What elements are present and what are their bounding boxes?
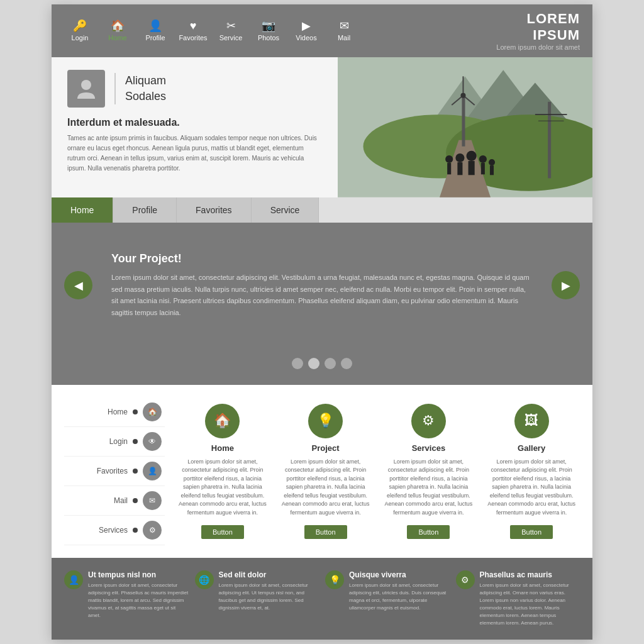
service-services-icon: ⚙ bbox=[411, 404, 446, 438]
project-content: Your Project! Lorem ipsum dolor sit amet… bbox=[92, 252, 552, 319]
svg-rect-21 bbox=[469, 161, 475, 175]
nav-service-label: Service bbox=[219, 34, 243, 42]
service-home-button[interactable]: Button bbox=[201, 525, 244, 539]
dot-3[interactable] bbox=[325, 358, 336, 369]
svg-point-22 bbox=[479, 155, 487, 163]
nav-login[interactable]: 🔑 Login bbox=[64, 20, 96, 42]
hero-image bbox=[338, 57, 592, 197]
page-wrapper: 🔑 Login 🏠 Home 👤 Profile ♥ Favorites ✂ S… bbox=[52, 4, 592, 640]
svg-point-12 bbox=[460, 93, 465, 98]
favorites-icon: ♥ bbox=[190, 20, 197, 31]
dot-2[interactable] bbox=[308, 358, 319, 369]
nav-home-label: Home bbox=[108, 34, 126, 42]
sidebar-mail-label: Mail bbox=[114, 496, 128, 505]
logo-line1: LOREM bbox=[496, 11, 580, 27]
profile-row: AliquamSodales bbox=[67, 70, 322, 108]
logo-line2: IPSUM bbox=[496, 27, 580, 43]
service-project-title: Project bbox=[312, 443, 340, 453]
hero-section: AliquamSodales Interdum et malesuada. Ta… bbox=[52, 57, 592, 197]
sidebar-login[interactable]: Login 👁 bbox=[64, 427, 165, 457]
footer-icon-4: ⚙ bbox=[456, 570, 475, 589]
carousel-dots bbox=[52, 348, 592, 372]
dot-1[interactable] bbox=[292, 358, 303, 369]
sidebar-mail-dot bbox=[133, 498, 138, 503]
tab-favorites[interactable]: Favorites bbox=[177, 197, 252, 223]
hero-body-text: Tames ac ante ipsum primis in faucibus. … bbox=[67, 133, 322, 174]
profile-icon: 👤 bbox=[148, 20, 162, 31]
sidebar-favorites-icon: 👤 bbox=[143, 462, 162, 480]
nav-photos[interactable]: 📷 Photos bbox=[253, 20, 284, 42]
tab-bar: Home Profile Favorites Service bbox=[52, 197, 592, 223]
sidebar-favorites[interactable]: Favorites 👤 bbox=[64, 457, 165, 486]
service-services-title: Services bbox=[412, 443, 446, 453]
tab-service[interactable]: Service bbox=[252, 197, 319, 223]
footer-content-1: Ut tempus nisl non Lorem ipsum dolor sit… bbox=[88, 570, 189, 619]
footer-bar: 👤 Ut tempus nisl non Lorem ipsum dolor s… bbox=[52, 558, 592, 640]
service-home-text: Lorem ipsum dolor sit amet, consectetur … bbox=[177, 458, 268, 519]
home-icon: 🏠 bbox=[111, 20, 125, 31]
logo-sub: Lorem ipsum dolor sit amet bbox=[496, 43, 580, 51]
prev-arrow[interactable]: ◀ bbox=[64, 271, 92, 299]
avatar bbox=[67, 70, 105, 108]
project-section: ◀ Your Project! Lorem ipsum dolor sit am… bbox=[52, 223, 592, 348]
svg-point-20 bbox=[467, 151, 477, 161]
svg-rect-19 bbox=[457, 162, 462, 175]
svg-point-24 bbox=[489, 159, 495, 165]
svg-rect-17 bbox=[447, 163, 451, 174]
service-services-text: Lorem ipsum dolor sit amet, consectetur … bbox=[384, 458, 474, 519]
nav-service[interactable]: ✂ Service bbox=[215, 20, 247, 42]
dot-4[interactable] bbox=[341, 358, 352, 369]
mail-icon: ✉ bbox=[340, 20, 349, 31]
svg-rect-8 bbox=[462, 96, 465, 147]
sidebar-favorites-label: Favorites bbox=[97, 467, 128, 475]
photos-icon: 📷 bbox=[262, 20, 275, 31]
service-gallery-button[interactable]: Button bbox=[510, 525, 553, 539]
nav-videos[interactable]: ▶ Videos bbox=[291, 20, 322, 42]
sidebar-home[interactable]: Home 🏠 bbox=[64, 397, 165, 427]
tab-profile[interactable]: Profile bbox=[113, 197, 177, 223]
service-project-icon: 💡 bbox=[308, 404, 343, 438]
sidebar-services-icon: ⚙ bbox=[143, 521, 162, 540]
service-home-title: Home bbox=[211, 443, 234, 453]
service-cards: 🏠 Home Lorem ipsum dolor sit amet, conse… bbox=[174, 397, 580, 545]
service-services-button[interactable]: Button bbox=[407, 525, 450, 539]
footer-content-3: Quisque viverra Lorem ipsum dolor sit am… bbox=[349, 570, 450, 612]
svg-rect-25 bbox=[490, 165, 494, 175]
nav-home[interactable]: 🏠 Home bbox=[102, 20, 133, 42]
sidebar-services-label: Services bbox=[99, 526, 128, 535]
project-text: Lorem ipsum dolor sit amet, consectetur … bbox=[111, 272, 533, 319]
hero-heading: Interdum et malesuada. bbox=[67, 117, 322, 128]
nav-profile[interactable]: 👤 Profile bbox=[140, 20, 171, 42]
next-arrow[interactable]: ▶ bbox=[552, 271, 580, 299]
project-title: Your Project! bbox=[111, 252, 533, 265]
footer-content-4: Phasellus ac mauris Lorem ipsum dolor si… bbox=[480, 570, 580, 627]
footer-text-1: Lorem ipsum dolor sit amet, consectetur … bbox=[88, 582, 189, 619]
nav-favorites[interactable]: ♥ Favorites bbox=[177, 20, 209, 42]
sidebar-favorites-dot bbox=[133, 469, 138, 474]
nav-logo: LOREM IPSUM Lorem ipsum dolor sit amet bbox=[496, 11, 580, 51]
videos-icon: ▶ bbox=[302, 20, 311, 31]
service-gallery-icon: 🖼 bbox=[514, 404, 549, 438]
service-home-icon: 🏠 bbox=[205, 404, 240, 438]
footer-item-2: 🌐 Sed elit dolor Lorem ipsum dolor sit a… bbox=[195, 570, 319, 627]
svg-point-16 bbox=[445, 155, 453, 163]
footer-item-4: ⚙ Phasellus ac mauris Lorem ipsum dolor … bbox=[456, 570, 580, 627]
footer-item-1: 👤 Ut tempus nisl non Lorem ipsum dolor s… bbox=[64, 570, 189, 627]
svg-rect-23 bbox=[481, 163, 485, 174]
service-gallery-text: Lorem ipsum dolor sit amet, consectetur … bbox=[486, 458, 577, 519]
nav-items: 🔑 Login 🏠 Home 👤 Profile ♥ Favorites ✂ S… bbox=[64, 20, 496, 42]
footer-icon-2: 🌐 bbox=[195, 570, 214, 589]
sidebar-services[interactable]: Services ⚙ bbox=[64, 516, 165, 545]
svg-point-0 bbox=[81, 80, 91, 90]
tab-home[interactable]: Home bbox=[52, 197, 113, 223]
nav-mail[interactable]: ✉ Mail bbox=[328, 20, 360, 42]
svg-rect-13 bbox=[548, 102, 551, 179]
profile-name: AliquamSodales bbox=[125, 73, 166, 104]
nav-favorites-label: Favorites bbox=[179, 34, 207, 42]
footer-text-4: Lorem ipsum dolor sit amet, consectetur … bbox=[480, 582, 580, 627]
service-card-home: 🏠 Home Lorem ipsum dolor sit amet, conse… bbox=[174, 397, 271, 545]
service-project-button[interactable]: Button bbox=[304, 525, 347, 539]
sidebar-mail[interactable]: Mail ✉ bbox=[64, 486, 165, 516]
nav-bar: 🔑 Login 🏠 Home 👤 Profile ♥ Favorites ✂ S… bbox=[52, 4, 592, 57]
sidebar-login-dot bbox=[133, 439, 138, 444]
